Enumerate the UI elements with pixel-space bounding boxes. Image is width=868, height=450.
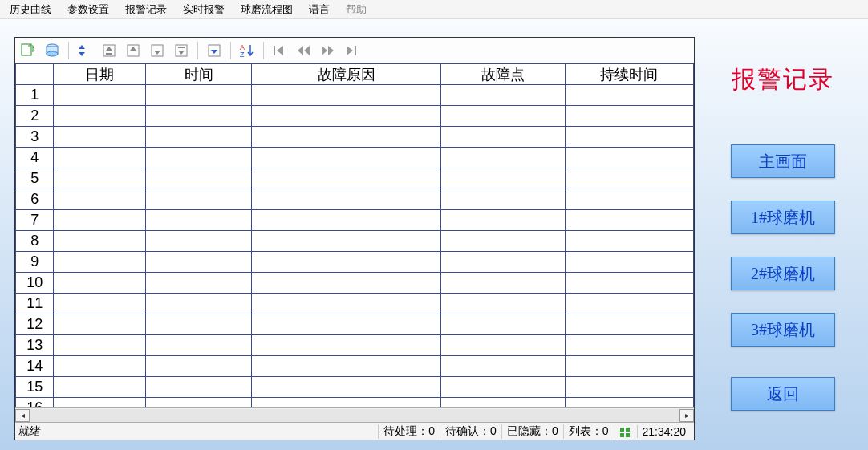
cell-time[interactable] [146, 106, 252, 127]
cell-duration[interactable] [565, 85, 693, 106]
cell-reason[interactable] [251, 314, 440, 335]
sort-az-icon[interactable]: AZ [237, 41, 257, 60]
cell-reason[interactable] [251, 335, 440, 356]
table-row[interactable]: 6 [16, 189, 694, 210]
mill-1-button[interactable]: 1#球磨机 [731, 201, 835, 234]
cell-reason[interactable] [251, 85, 440, 106]
cell-point[interactable] [441, 127, 565, 148]
cell-point[interactable] [441, 106, 565, 127]
cell-point[interactable] [441, 294, 565, 314]
scroll-track[interactable] [30, 409, 679, 422]
cell-duration[interactable] [565, 294, 693, 314]
cell-date[interactable] [54, 189, 146, 210]
col-time[interactable]: 时间 [146, 64, 252, 85]
sort-updown-icon[interactable] [75, 41, 95, 60]
cell-point[interactable] [441, 231, 565, 252]
back-button[interactable]: 返回 [731, 377, 835, 411]
cell-duration[interactable] [565, 210, 693, 231]
cell-duration[interactable] [565, 148, 693, 168]
last-icon[interactable] [172, 41, 191, 60]
cell-date[interactable] [54, 398, 146, 408]
cell-reason[interactable] [251, 168, 440, 189]
nav-forward-icon[interactable] [318, 41, 338, 60]
col-rownum[interactable] [16, 64, 54, 85]
mill-2-button[interactable]: 2#球磨机 [731, 257, 835, 290]
cell-duration[interactable] [565, 398, 693, 408]
table-row[interactable]: 1 [16, 85, 694, 106]
cell-point[interactable] [441, 273, 565, 294]
import-icon[interactable] [43, 41, 62, 60]
cell-duration[interactable] [565, 127, 693, 148]
cell-duration[interactable] [565, 231, 693, 252]
cell-point[interactable] [441, 398, 565, 408]
cell-date[interactable] [54, 148, 146, 168]
cell-date[interactable] [54, 377, 146, 398]
cell-time[interactable] [146, 377, 252, 398]
cell-date[interactable] [54, 252, 146, 273]
menu-flowchart[interactable]: 球磨流程图 [233, 1, 301, 18]
cell-time[interactable] [146, 273, 252, 294]
table-row[interactable]: 7 [16, 210, 694, 231]
cell-reason[interactable] [251, 189, 440, 210]
cell-point[interactable] [441, 335, 565, 356]
scroll-right-icon[interactable]: ▸ [679, 409, 694, 422]
down-icon[interactable] [205, 41, 224, 60]
nav-first-icon[interactable] [270, 41, 290, 60]
col-date[interactable]: 日期 [54, 64, 146, 85]
next-icon[interactable] [148, 41, 167, 60]
cell-time[interactable] [146, 314, 252, 335]
menu-language[interactable]: 语言 [301, 1, 338, 18]
cell-reason[interactable] [251, 252, 440, 273]
main-view-button[interactable]: 主画面 [731, 144, 835, 178]
table-row[interactable]: 13 [16, 335, 694, 356]
export-icon[interactable] [18, 41, 38, 60]
cell-point[interactable] [441, 252, 565, 273]
cell-time[interactable] [146, 294, 252, 314]
menu-alarm-log[interactable]: 报警记录 [117, 1, 175, 18]
cell-time[interactable] [146, 85, 252, 106]
cell-reason[interactable] [251, 127, 440, 148]
cell-date[interactable] [54, 85, 146, 106]
cell-date[interactable] [54, 335, 146, 356]
cell-reason[interactable] [251, 356, 440, 377]
scroll-left-icon[interactable]: ◂ [15, 409, 30, 422]
col-reason[interactable]: 故障原因 [251, 64, 440, 85]
menu-help[interactable]: 帮助 [338, 1, 375, 18]
col-duration[interactable]: 持续时间 [565, 64, 693, 85]
cell-duration[interactable] [565, 106, 693, 127]
cell-date[interactable] [54, 210, 146, 231]
cell-time[interactable] [146, 356, 252, 377]
table-row[interactable]: 16 [16, 398, 694, 408]
cell-time[interactable] [146, 335, 252, 356]
mill-3-button[interactable]: 3#球磨机 [731, 313, 835, 347]
cell-point[interactable] [441, 377, 565, 398]
table-row[interactable]: 11 [16, 294, 694, 314]
cell-duration[interactable] [565, 356, 693, 377]
cell-duration[interactable] [565, 252, 693, 273]
horizontal-scrollbar[interactable]: ◂ ▸ [15, 407, 694, 422]
cell-date[interactable] [54, 106, 146, 127]
cell-time[interactable] [146, 127, 252, 148]
cell-point[interactable] [441, 168, 565, 189]
cell-duration[interactable] [565, 335, 693, 356]
table-row[interactable]: 5 [16, 168, 694, 189]
table-row[interactable]: 15 [16, 377, 694, 398]
cell-date[interactable] [54, 356, 146, 377]
cell-reason[interactable] [251, 148, 440, 168]
cell-point[interactable] [441, 148, 565, 168]
cell-time[interactable] [146, 231, 252, 252]
cell-time[interactable] [146, 398, 252, 408]
cell-duration[interactable] [565, 314, 693, 335]
cell-point[interactable] [441, 356, 565, 377]
col-point[interactable]: 故障点 [441, 64, 565, 85]
cell-time[interactable] [146, 252, 252, 273]
cell-duration[interactable] [565, 377, 693, 398]
cell-date[interactable] [54, 294, 146, 314]
cell-reason[interactable] [251, 398, 440, 408]
table-row[interactable]: 2 [16, 106, 694, 127]
cell-duration[interactable] [565, 168, 693, 189]
cell-reason[interactable] [251, 106, 440, 127]
cell-point[interactable] [441, 85, 565, 106]
cell-reason[interactable] [251, 231, 440, 252]
table-row[interactable]: 14 [16, 356, 694, 377]
